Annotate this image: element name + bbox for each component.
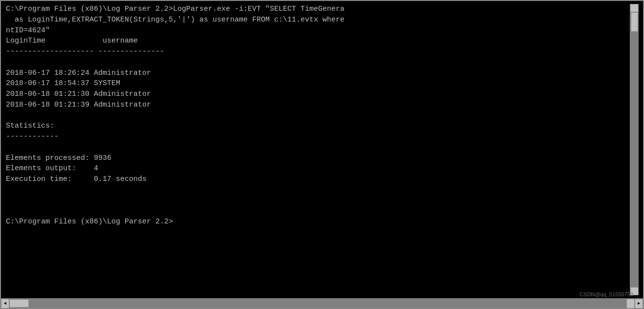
scroll-left-button[interactable]: ◄ [1, 299, 9, 309]
scroll-up-button[interactable]: ▲ [630, 4, 639, 12]
horizontal-scrollbar-area: ◄ ► [1, 298, 643, 308]
terminal-body: C:\Program Files (x86)\Log Parser 2.2>Lo… [1, 1, 643, 298]
scroll-thumb-horizontal[interactable] [9, 299, 29, 308]
terminal-content: C:\Program Files (x86)\Log Parser 2.2>Lo… [6, 4, 630, 295]
scrollbar-corner [626, 299, 635, 309]
scroll-thumb-vertical[interactable] [631, 12, 638, 32]
scroll-right-button[interactable]: ► [635, 299, 643, 309]
terminal-window: C:\Program Files (x86)\Log Parser 2.2>Lo… [0, 0, 644, 309]
vertical-scrollbar[interactable]: ▲ ▼ [630, 4, 638, 295]
scroll-track-vertical [630, 12, 639, 287]
scroll-track-horizontal [9, 299, 626, 308]
watermark-label: CSDN@qq_51550750 [580, 291, 633, 297]
